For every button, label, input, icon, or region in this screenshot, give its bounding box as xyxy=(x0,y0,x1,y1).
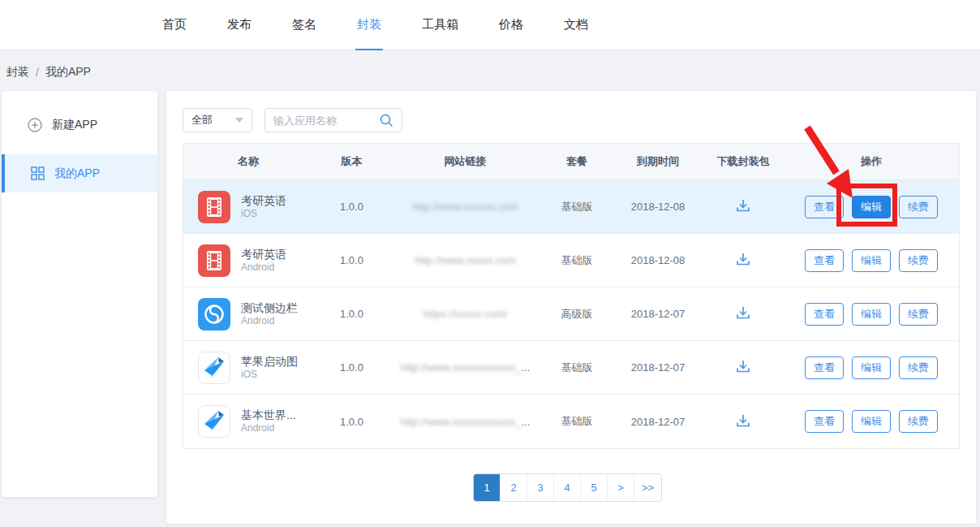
renew-button[interactable]: 续费 xyxy=(899,303,938,326)
table-row: 测试侧边栏 Android 1.0.0 https://xxxxx.com/ 高… xyxy=(183,287,959,341)
table-row: 苹果启动图 iOS 1.0.0 http://www.xxxxxxxxxxxx_… xyxy=(183,341,959,395)
next-page-button[interactable]: > xyxy=(608,474,634,501)
download-icon[interactable] xyxy=(734,357,752,375)
origami-bird-app-icon xyxy=(198,352,230,384)
app-name: 考研英语 xyxy=(241,193,286,208)
page-button-4[interactable]: 4 xyxy=(554,474,581,501)
nav-item-home[interactable]: 首页 xyxy=(161,0,188,50)
website-link-masked: http://www.xxxxxxxxxxxx_ xyxy=(401,361,522,374)
app-platform: Android xyxy=(241,422,296,435)
page-button-1[interactable]: 1 xyxy=(474,474,501,501)
renew-button[interactable]: 续费 xyxy=(899,410,938,433)
expire-date: 2018-12-07 xyxy=(613,308,703,320)
top-navigation: 首页 发布 签名 封装 工具箱 价格 文档 xyxy=(0,0,980,50)
plan-badge: 基础版 xyxy=(540,361,613,375)
nav-item-pricing[interactable]: 价格 xyxy=(497,0,525,50)
website-link-masked: http://www.xxxxxx.com xyxy=(412,201,518,213)
plan-badge: 基础版 xyxy=(540,253,613,268)
table-row: 考研英语 Android 1.0.0 http://www.xxxxx.com … xyxy=(183,234,959,287)
app-version: 1.0.0 xyxy=(313,416,390,428)
col-header-version: 版本 xyxy=(313,154,390,169)
col-header-name: 名称 xyxy=(183,154,313,169)
view-button[interactable]: 查看 xyxy=(805,303,844,326)
nav-item-package[interactable]: 封装 xyxy=(355,0,383,50)
sidebar-item-my-app[interactable]: 我的APP xyxy=(2,154,157,192)
category-select[interactable]: 全部 xyxy=(183,108,252,132)
edit-button[interactable]: 编辑 xyxy=(852,356,891,379)
origami-bird-app-icon xyxy=(198,405,230,438)
view-button[interactable]: 查看 xyxy=(805,196,844,218)
last-page-button[interactable]: >> xyxy=(634,474,661,501)
expire-date: 2018-12-08 xyxy=(613,201,703,213)
sidebar-swirl-app-icon xyxy=(198,298,230,330)
page-button-2[interactable]: 2 xyxy=(501,474,527,501)
view-button[interactable]: 查看 xyxy=(805,356,844,379)
search-input[interactable] xyxy=(273,114,379,127)
col-header-website: 网站链接 xyxy=(390,154,540,169)
page-button-3[interactable]: 3 xyxy=(527,474,554,501)
edit-button[interactable]: 编辑 xyxy=(852,410,891,433)
table-header-row: 名称 版本 网站链接 套餐 到期时间 下载封装包 操作 xyxy=(183,144,959,180)
film-app-icon xyxy=(198,244,230,277)
plan-badge: 基础版 xyxy=(540,200,613,214)
plan-badge: 高级版 xyxy=(540,307,613,322)
film-app-icon xyxy=(198,191,230,223)
col-header-download: 下载封装包 xyxy=(703,154,784,169)
page-button-5[interactable]: 5 xyxy=(581,474,608,501)
nav-item-toolbox[interactable]: 工具箱 xyxy=(420,0,460,50)
renew-button[interactable]: 续费 xyxy=(899,196,938,218)
app-name: 苹果启动图 xyxy=(241,354,298,369)
website-link-masked: https://xxxxx.com/ xyxy=(423,308,507,320)
expire-date: 2018-12-07 xyxy=(613,361,703,374)
nav-item-docs[interactable]: 文档 xyxy=(562,0,590,50)
app-version: 1.0.0 xyxy=(313,308,390,320)
nav-item-publish[interactable]: 发布 xyxy=(226,0,253,50)
download-icon[interactable] xyxy=(734,412,752,430)
view-button[interactable]: 查看 xyxy=(805,410,844,433)
app-version: 1.0.0 xyxy=(313,254,390,266)
page: 首页 发布 签名 封装 工具箱 价格 文档 封装 / 我的APP 新建APP xyxy=(0,0,980,527)
expire-date: 2018-12-07 xyxy=(613,416,703,428)
sidebar-item-label: 新建APP xyxy=(52,118,97,132)
main-panel: 全部 名称 版本 网站链接 套餐 到期时间 下载封装包 操作 xyxy=(166,91,976,524)
plan-badge: 基础版 xyxy=(540,414,613,429)
website-link-masked: http://www.xxxxxxxxxxxx_ xyxy=(401,416,522,428)
renew-button[interactable]: 续费 xyxy=(899,356,938,379)
sidebar: 新建APP 我的APP xyxy=(2,91,157,497)
pagination: 1 2 3 4 5 > >> xyxy=(473,473,662,502)
app-platform: iOS xyxy=(241,369,298,382)
col-header-actions: 操作 xyxy=(784,154,959,169)
app-version: 1.0.0 xyxy=(313,361,390,374)
table-row: 考研英语 iOS 1.0.0 http://www.xxxxxx.com 基础版… xyxy=(183,180,959,234)
edit-button[interactable]: 编辑 xyxy=(852,249,891,272)
sidebar-item-new-app[interactable]: 新建APP xyxy=(2,109,157,141)
renew-button[interactable]: 续费 xyxy=(899,249,938,272)
view-button[interactable]: 查看 xyxy=(805,249,844,272)
app-table: 名称 版本 网站链接 套餐 到期时间 下载封装包 操作 xyxy=(183,143,960,449)
col-header-expire: 到期时间 xyxy=(613,154,703,169)
app-name-search[interactable] xyxy=(264,108,402,132)
category-selected-value: 全部 xyxy=(191,113,213,127)
breadcrumb-package[interactable]: 封装 xyxy=(6,65,29,80)
plus-circle-icon xyxy=(28,118,42,132)
breadcrumb: 封装 / 我的APP xyxy=(6,65,91,80)
download-icon[interactable] xyxy=(734,250,752,268)
app-name: 基本世界... xyxy=(241,408,296,422)
sidebar-item-label: 我的APP xyxy=(54,166,100,181)
edit-button[interactable]: 编辑 xyxy=(852,303,891,326)
app-platform: Android xyxy=(241,315,298,328)
filter-bar: 全部 xyxy=(183,108,402,132)
download-icon[interactable] xyxy=(734,304,752,322)
expire-date: 2018-12-08 xyxy=(613,254,703,266)
nav-item-sign[interactable]: 签名 xyxy=(290,0,318,50)
app-version: 1.0.0 xyxy=(313,201,390,213)
edit-button[interactable]: 编辑 xyxy=(852,196,891,218)
app-name: 测试侧边栏 xyxy=(241,300,298,315)
grid-icon xyxy=(31,166,45,180)
app-platform: iOS xyxy=(241,208,286,221)
search-icon[interactable] xyxy=(379,113,393,127)
breadcrumb-my-app: 我的APP xyxy=(45,65,91,80)
chevron-down-icon xyxy=(235,118,243,123)
download-icon[interactable] xyxy=(734,197,752,214)
app-name: 考研英语 xyxy=(241,247,286,261)
